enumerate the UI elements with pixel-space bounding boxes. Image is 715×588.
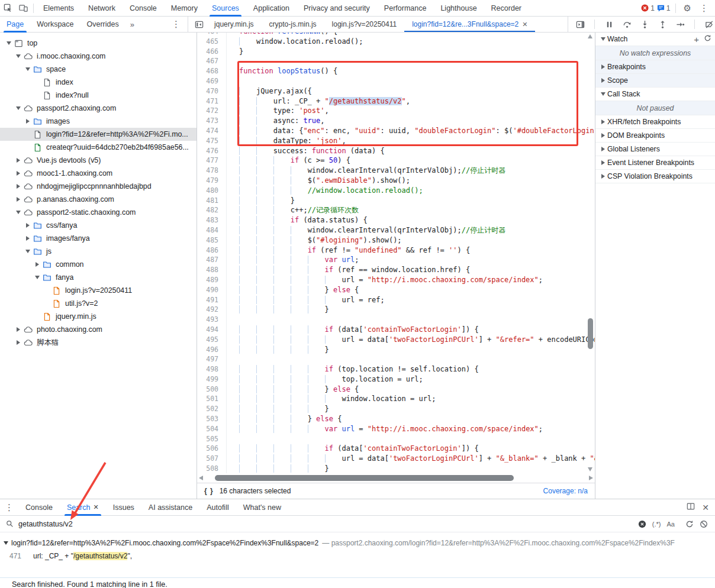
chevron-right-icon[interactable] (599, 119, 607, 124)
section-watch[interactable]: Watch+ (595, 33, 715, 46)
add-watch-icon[interactable]: + (694, 35, 699, 44)
drawer-tab-ai-assistance[interactable]: AI assistance (141, 499, 199, 516)
tree-item-top[interactable]: top (0, 37, 197, 50)
editor-tab-crypto-js-min-js[interactable]: crypto-js.min.js (262, 17, 324, 32)
expander-closed-icon[interactable] (14, 171, 22, 176)
expander-closed-icon[interactable] (24, 223, 32, 228)
tab-performance[interactable]: Performance (377, 0, 434, 17)
tree-item-space[interactable]: space (0, 63, 197, 76)
expander-open-icon[interactable] (5, 41, 13, 45)
search-result-file[interactable]: login?fid=12&refer=http%3A%2F%2Fi.mooc.c… (0, 537, 715, 550)
close-drawer-icon[interactable]: ✕ (702, 503, 709, 512)
chevron-down-icon[interactable] (599, 92, 607, 96)
code-area[interactable]: 464function refreshNNW() {465 window.loc… (197, 33, 595, 473)
split-panel-icon[interactable] (687, 502, 695, 513)
pause-icon[interactable] (603, 17, 615, 32)
section-xhr-fetch-breakpoints[interactable]: XHR/fetch Breakpoints (595, 115, 715, 129)
horizontal-scrollbar[interactable] (197, 473, 595, 483)
tab-recorder[interactable]: Recorder (484, 0, 529, 17)
tree-item-images-fanya[interactable]: images/fanya (0, 232, 197, 245)
deactivate-breakpoints-icon[interactable] (703, 17, 715, 32)
drawer-tab-search[interactable]: Search✕ (60, 499, 106, 516)
scroll-down-arrow[interactable] (588, 467, 592, 471)
expander-closed-icon[interactable] (14, 327, 22, 332)
expander-closed-icon[interactable] (14, 184, 22, 189)
tree-item-photo-chaoxing-com[interactable]: photo.chaoxing.com (0, 323, 197, 336)
toggle-debugger-sidebar-icon[interactable] (574, 17, 586, 32)
hide-navigator-icon[interactable] (191, 17, 207, 32)
expander-open-icon[interactable] (14, 106, 22, 110)
chevron-down-icon[interactable] (599, 37, 607, 41)
tab-console[interactable]: Console (123, 0, 164, 17)
tab-memory[interactable]: Memory (164, 0, 205, 17)
match-case-toggle[interactable]: Aa (667, 521, 675, 528)
section-csp-violation-breakpoints[interactable]: CSP Violation Breakpoints (595, 170, 715, 183)
tree-item-images[interactable]: images (0, 115, 197, 128)
settings-gear-icon[interactable]: ⚙ (681, 3, 694, 14)
drawer-tab-autofill[interactable]: Autofill (199, 499, 236, 516)
refresh-watch-icon[interactable] (704, 34, 711, 44)
inspect-icon[interactable] (0, 1, 15, 16)
editor-tab-login-js-v-20250411[interactable]: login.js?v=20250411 (324, 17, 405, 32)
tab-application[interactable]: Application (246, 0, 297, 17)
tab-elements[interactable]: Elements (36, 0, 81, 17)
vertical-scroll-thumb[interactable] (588, 318, 593, 349)
drawer-tab-console[interactable]: Console (18, 499, 60, 516)
more-vertical-icon[interactable]: ⋮ (697, 3, 711, 14)
search-result-match[interactable]: 471 url: _CP_ + "/getauthstatus/v2", (0, 550, 715, 562)
tree-item-i-mooc-chaoxing-com[interactable]: i.mooc.chaoxing.com (0, 50, 197, 63)
tree-item-createqr-uuid-64dcb270eb2b4f6985ae56[interactable]: createqr?uuid=64dcb270eb2b4f6985ae56... (0, 141, 197, 154)
scroll-right-arrow[interactable] (589, 476, 593, 480)
section-scope[interactable]: Scope (595, 74, 715, 88)
tree-item-js[interactable]: js (0, 245, 197, 258)
section-global-listeners[interactable]: Global Listeners (595, 143, 715, 156)
coverage-link[interactable]: Coverage: n/a (543, 487, 588, 495)
tree-item-css-fanya[interactable]: css/fanya (0, 219, 197, 232)
expander-open-icon[interactable] (24, 67, 32, 71)
chevron-right-icon[interactable] (599, 174, 607, 179)
refresh-search-icon[interactable] (685, 520, 694, 528)
scroll-left-arrow[interactable] (199, 476, 203, 480)
expander-closed-icon[interactable] (24, 119, 32, 124)
tree-item-[interactable]: 脚本猫 (0, 336, 197, 349)
tree-item-passport2-static-chaoxing-com[interactable]: passport2-static.chaoxing.com (0, 206, 197, 219)
regex-toggle[interactable]: (.*) (652, 521, 661, 528)
chevron-down-icon[interactable] (4, 541, 8, 545)
expander-closed-icon[interactable] (14, 158, 22, 163)
editor-tab-login-fid-12-re-3fnull-space-2[interactable]: login?fid=12&re...3Fnull&space=2✕ (404, 17, 535, 32)
drawer-tab-what-s-new[interactable]: What's new (236, 499, 288, 516)
chevron-right-icon[interactable] (599, 78, 607, 83)
tree-item-common[interactable]: common (0, 258, 197, 271)
chevron-right-icon[interactable] (599, 133, 607, 138)
more-tabs-chevron[interactable]: » (125, 20, 139, 29)
search-input[interactable] (18, 520, 638, 528)
close-tab-icon[interactable]: ✕ (522, 21, 527, 28)
expander-open-icon[interactable] (14, 54, 22, 58)
section-dom-breakpoints[interactable]: DOM Breakpoints (595, 129, 715, 143)
scroll-up-arrow[interactable] (588, 34, 592, 38)
nav-tab-workspace[interactable]: Workspace (30, 17, 80, 33)
horizontal-scroll-thumb[interactable] (215, 475, 514, 481)
drawer-menu-icon[interactable]: ⋮ (0, 502, 18, 513)
expander-open-icon[interactable] (14, 211, 22, 214)
section-breakpoints[interactable]: Breakpoints (595, 60, 715, 74)
section-call-stack[interactable]: Call Stack (595, 88, 715, 101)
tree-item-vue-js-devtools-v5[interactable]: Vue.js devtools (v5) (0, 154, 197, 167)
tab-network[interactable]: Network (81, 0, 123, 17)
tree-item-index-null[interactable]: index?null (0, 89, 197, 102)
expander-open-icon[interactable] (33, 276, 41, 279)
nav-tab-page[interactable]: Page (0, 17, 30, 33)
tree-item-util-js-v-2[interactable]: util.js?v=2 (0, 297, 197, 310)
clear-results-icon[interactable] (700, 520, 708, 528)
expander-closed-icon[interactable] (33, 262, 41, 267)
tree-item-nhdogjmejiglipccpnnnanhbledajbpd[interactable]: nhdogjmejiglipccpnnnanhbledajbpd (0, 180, 197, 193)
tree-item-login-js-v-20250411[interactable]: login.js?v=20250411 (0, 284, 197, 297)
chevron-right-icon[interactable] (599, 64, 607, 69)
section-event-listener-breakpoints[interactable]: Event Listener Breakpoints (595, 156, 715, 170)
editor-tab-jquery-min-js[interactable]: jquery.min.js (207, 17, 261, 32)
tree-item-mooc1-1-chaoxing-com[interactable]: mooc1-1.chaoxing.com (0, 167, 197, 180)
expander-closed-icon[interactable] (14, 197, 22, 202)
tree-item-p-ananas-chaoxing-com[interactable]: p.ananas.chaoxing.com (0, 193, 197, 206)
navigator-menu-icon[interactable]: ⋮ (169, 19, 188, 30)
tree-item-index[interactable]: index (0, 76, 197, 89)
